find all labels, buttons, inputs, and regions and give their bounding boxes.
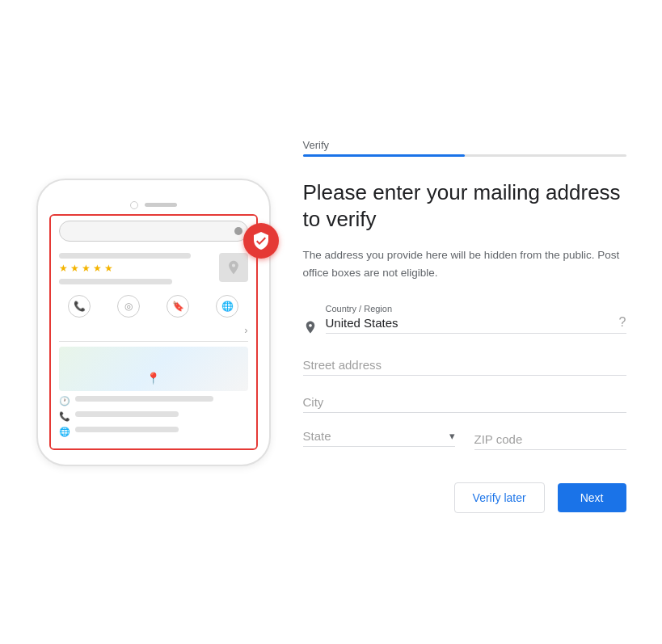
shield-badge — [243, 223, 279, 259]
phone-top-bar — [49, 195, 258, 214]
line5 — [75, 427, 179, 432]
form-description: The address you provide here will be hid… — [303, 246, 626, 281]
list-text1 — [75, 396, 248, 406]
phone-camera — [130, 201, 138, 209]
map-area: 📍 — [59, 347, 248, 391]
star5: ★ — [104, 263, 113, 274]
zip-field — [474, 429, 626, 450]
phone-content: ★ ★ ★ ★ ★ 📞 ◎ 🔖 🌐 — [51, 246, 256, 448]
city-input[interactable] — [303, 392, 626, 413]
google-bar — [51, 216, 256, 246]
street-address-input[interactable] — [303, 355, 626, 376]
phone-speaker — [145, 203, 177, 207]
country-region-value: United States — [326, 316, 619, 330]
list-row-phone: 📞 — [59, 411, 248, 422]
star1: ★ — [59, 263, 68, 274]
state-field: State ▾ — [303, 429, 455, 450]
country-region-row: United States ? — [326, 315, 626, 334]
form-panel: Verify Please enter your mailing address… — [303, 131, 626, 514]
country-region-label: Country / Region — [326, 304, 626, 314]
phone-screen: ★ ★ ★ ★ ★ 📞 ◎ 🔖 🌐 — [49, 214, 258, 450]
action-icons-row: 📞 ◎ 🔖 🌐 — [59, 295, 248, 318]
state-zip-field-group: State ▾ — [303, 429, 626, 450]
action-icon-directions: ◎ — [117, 295, 140, 318]
action-icon-phone: 📞 — [68, 295, 91, 318]
line2 — [59, 279, 172, 284]
shop-icon — [219, 253, 248, 282]
listing-block: ★ ★ ★ ★ ★ — [59, 253, 248, 288]
phone-icon: 📞 — [59, 411, 70, 422]
phone-outer: ★ ★ ★ ★ ★ 📞 ◎ 🔖 🌐 — [36, 179, 271, 466]
help-icon[interactable]: ? — [619, 315, 626, 330]
line1 — [59, 253, 192, 259]
search-dot — [234, 227, 242, 235]
stars-row: ★ ★ ★ ★ ★ — [59, 263, 214, 274]
state-select-row[interactable]: State ▾ — [303, 429, 455, 447]
state-placeholder: State — [303, 429, 449, 443]
globe-icon: 🌐 — [59, 427, 70, 437]
star2: ★ — [70, 263, 79, 274]
next-button[interactable]: Next — [558, 483, 626, 512]
phone-mockup: ★ ★ ★ ★ ★ 📞 ◎ 🔖 🌐 — [36, 179, 271, 466]
form-title: Please enter your mailing address to ver… — [303, 179, 626, 234]
star3: ★ — [82, 263, 91, 274]
star4: ★ — [93, 263, 102, 274]
list-row-clock: 🕐 — [59, 396, 248, 406]
street-address-field-group — [303, 355, 626, 376]
list-row-globe: 🌐 — [59, 427, 248, 437]
country-region-with-icon: Country / Region United States ? — [303, 304, 626, 339]
dropdown-arrow-icon: ▾ — [449, 430, 455, 442]
country-region-inner: Country / Region United States ? — [326, 304, 626, 334]
button-row: Verify later Next — [303, 482, 626, 513]
zip-code-input[interactable] — [474, 429, 626, 450]
google-search-box — [59, 221, 248, 242]
map-pin-icon: 📍 — [146, 372, 160, 385]
line3 — [75, 396, 213, 402]
action-icon-web: 🌐 — [216, 295, 238, 318]
line4 — [75, 411, 179, 417]
page-container: ★ ★ ★ ★ ★ 📞 ◎ 🔖 🌐 — [0, 0, 662, 644]
divider1 — [59, 341, 248, 342]
clock-icon: 🕐 — [59, 396, 70, 406]
list-text3 — [75, 427, 248, 436]
list-text2 — [75, 411, 248, 421]
chevron-right-icon: › — [244, 324, 247, 336]
verify-later-button[interactable]: Verify later — [454, 482, 545, 513]
location-icon — [303, 320, 318, 339]
action-icon-save: 🔖 — [167, 295, 189, 318]
city-field-group — [303, 392, 626, 413]
country-region-field-group: Country / Region United States ? — [303, 304, 626, 339]
more-row: › — [59, 324, 248, 336]
verify-label: Verify — [303, 139, 626, 151]
progress-bar-track — [303, 154, 626, 157]
shield-icon — [251, 231, 271, 250]
progress-bar-fill — [303, 154, 465, 157]
